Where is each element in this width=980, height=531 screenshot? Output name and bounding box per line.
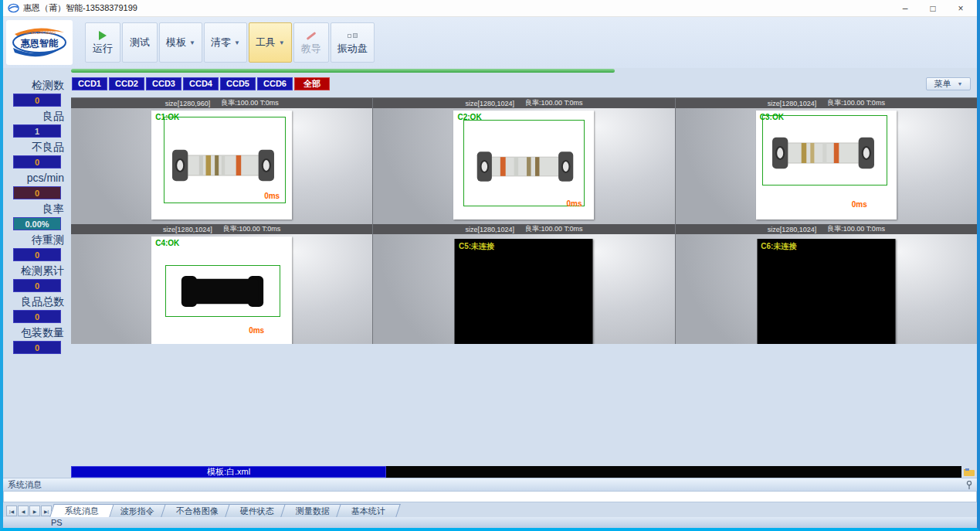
camera-header-c2: size[1280,1024] 良率:100.00 T:0ms	[373, 98, 674, 108]
folder-icon	[964, 468, 975, 476]
stat-label-detect-count: 检测数	[3, 77, 71, 93]
vibration-tray-icon	[348, 29, 358, 42]
camera-status-badge: C1:OK	[155, 113, 179, 121]
tab-nav-next-button[interactable]: ▶	[29, 505, 40, 516]
camera-image-c2: C2:OK	[453, 111, 594, 220]
camera-header-c6: size[1280,1024] 良率:100.00 T:0ms	[676, 224, 977, 234]
camera-image-c5: C5:未连接	[455, 239, 593, 344]
window-controls: – □ ×	[892, 1, 974, 16]
camera-size-label: size[1280,1024]	[768, 226, 817, 233]
camera-image-c1: C1:OK	[151, 111, 292, 220]
stat-value-yield: 0.00%	[13, 217, 61, 230]
tab-ccd4[interactable]: CCD4	[183, 77, 219, 90]
open-folder-button[interactable]	[961, 466, 977, 478]
tab-ccd1[interactable]: CCD1	[72, 77, 107, 90]
camera-rate-label: 良率:100.00 T:0ms	[221, 98, 279, 108]
tab-ccd3[interactable]: CCD3	[146, 77, 181, 90]
app-logo-icon	[8, 2, 19, 14]
titlebar: 惠恩（莆）智能-13538379199 – □ ×	[3, 0, 977, 17]
test-button[interactable]: 测试	[122, 22, 158, 63]
camera-image-c4: C4:OK 0ms	[151, 237, 292, 344]
message-list[interactable]	[3, 491, 977, 502]
template-name-bar: 模板:白.xml	[71, 466, 386, 478]
camera-view-c4[interactable]: C4:OK 0ms	[71, 234, 372, 344]
tab-nav-first-button[interactable]: |◀	[6, 505, 17, 516]
template-status-strip: 模板:白.xml	[71, 466, 977, 478]
progress-bar	[71, 69, 615, 73]
camera-size-label: size[1280,1024]	[163, 226, 212, 233]
tab-ccd2[interactable]: CCD2	[109, 77, 144, 90]
menu-dropdown-button[interactable]: 菜单 ▼	[926, 77, 971, 90]
tools-button[interactable]: 工具 ▼	[249, 22, 292, 63]
camera-time-label: 0ms	[566, 199, 582, 208]
stat-value-good: 1	[13, 124, 61, 138]
camera-status-badge: C3:OK	[760, 113, 784, 121]
progress-track	[71, 69, 977, 74]
camera-rate-label: 良率:100.00 T:0ms	[827, 98, 885, 108]
roi-rectangle	[463, 120, 585, 206]
stat-value-pcs-min: 0	[13, 186, 61, 199]
camera-rate-label: 良率:100.00 T:0ms	[223, 224, 281, 234]
close-button[interactable]: ×	[948, 1, 974, 16]
teach-button: 教导	[293, 22, 329, 63]
camera-view-c6[interactable]: C6:未连接	[676, 234, 977, 344]
system-message-label: 系统消息	[8, 479, 42, 491]
tab-measure-data[interactable]: 测量数据	[280, 504, 345, 517]
brand-logo-subtext: HUI EN ZHI NENG	[23, 30, 56, 35]
tab-ccd5[interactable]: CCD5	[220, 77, 256, 90]
camera-header-c1: size[1280,960] 良率:100.00 T:0ms	[71, 98, 372, 108]
clear-button[interactable]: 清零 ▼	[204, 22, 247, 63]
tab-nav-prev-button[interactable]: ◀	[18, 505, 29, 516]
stat-label-good: 良品	[3, 108, 71, 124]
tab-hardware-status[interactable]: 硬件状态	[225, 504, 290, 517]
camera-size-label: size[1280,1024]	[465, 226, 514, 233]
camera-status-badge: C4:OK	[155, 239, 179, 247]
vibration-tray-button[interactable]: 振动盘	[331, 22, 375, 63]
camera-panel-c6: size[1280,1024] 良率:100.00 T:0ms C6:未连接	[676, 224, 977, 344]
camera-size-label: size[1280,960]	[165, 100, 211, 107]
pin-icon[interactable]	[966, 481, 972, 489]
footer-ps-label: PS	[51, 518, 63, 527]
camera-size-label: size[1280,1024]	[465, 100, 514, 107]
stat-value-package-count: 0	[13, 341, 61, 354]
tab-basic-statistics[interactable]: 基本统计	[336, 504, 401, 517]
stat-label-pcs-min: pcs/min	[3, 170, 71, 186]
camera-panel-c2: size[1280,1024] 良率:100.00 T:0ms C2:OK	[373, 98, 674, 224]
tab-ccd6[interactable]: CCD6	[257, 77, 293, 90]
pencil-icon	[306, 29, 317, 42]
main-area: CCD1 CCD2 CCD3 CCD4 CCD5 CCD6 全部 菜单 ▼	[71, 68, 977, 478]
camera-size-label: size[1280,1024]	[768, 100, 817, 107]
camera-panel-c4: size[1280,1024] 良率:100.00 T:0ms C4:OK	[71, 224, 372, 344]
tab-system-message[interactable]: 系统消息	[49, 504, 114, 517]
camera-status-badge: C2:OK	[457, 113, 481, 121]
camera-panel-c3: size[1280,1024] 良率:100.00 T:0ms C3:OK	[676, 98, 977, 224]
camera-view-c3[interactable]: C3:OK	[676, 108, 977, 224]
bottom-tab-bar: |◀ ◀ ▶ ▶| 系统消息 波形指令 不合格图像 硬件状态 测量数据 基本统计	[3, 502, 977, 517]
window-title: 惠恩（莆）智能-13538379199	[23, 2, 892, 14]
stat-label-detect-total: 检测累计	[3, 263, 71, 278]
camera-image-c3: C3:OK	[756, 111, 897, 220]
stat-value-good-total: 0	[13, 310, 61, 323]
template-button[interactable]: 模板 ▼	[159, 22, 202, 63]
tab-waveform-command[interactable]: 波形指令	[105, 504, 170, 517]
stat-label-defective: 不良品	[3, 139, 71, 155]
chevron-down-icon: ▼	[958, 81, 963, 87]
roi-rectangle	[164, 117, 286, 203]
tab-defect-images[interactable]: 不合格图像	[161, 504, 234, 517]
status-black-bar	[386, 466, 961, 478]
run-button[interactable]: 运行	[85, 22, 120, 63]
brand-logo: HUI EN ZHI NENG 惠恩智能	[6, 20, 73, 65]
minimize-button[interactable]: –	[892, 1, 918, 16]
camera-rate-label: 良率:100.00 T:0ms	[525, 224, 583, 234]
stat-label-package-count: 包装数量	[3, 325, 71, 340]
camera-view-c1[interactable]: C1:OK	[71, 108, 372, 224]
camera-rate-label: 良率:100.00 T:0ms	[525, 98, 583, 108]
camera-view-c2[interactable]: C2:OK	[373, 108, 674, 224]
maximize-button[interactable]: □	[920, 1, 946, 16]
toolbar: HUI EN ZHI NENG 惠恩智能 运行 测试 模板 ▼ 清零 ▼ 工具 …	[3, 17, 977, 68]
camera-time-label: 0ms	[264, 192, 280, 200]
camera-view-c5[interactable]: C5:未连接	[373, 234, 674, 344]
ccd-tab-bar: CCD1 CCD2 CCD3 CCD4 CCD5 CCD6 全部 菜单 ▼	[71, 74, 977, 93]
stat-label-retest: 待重测	[3, 232, 71, 247]
tab-all[interactable]: 全部	[294, 77, 330, 90]
